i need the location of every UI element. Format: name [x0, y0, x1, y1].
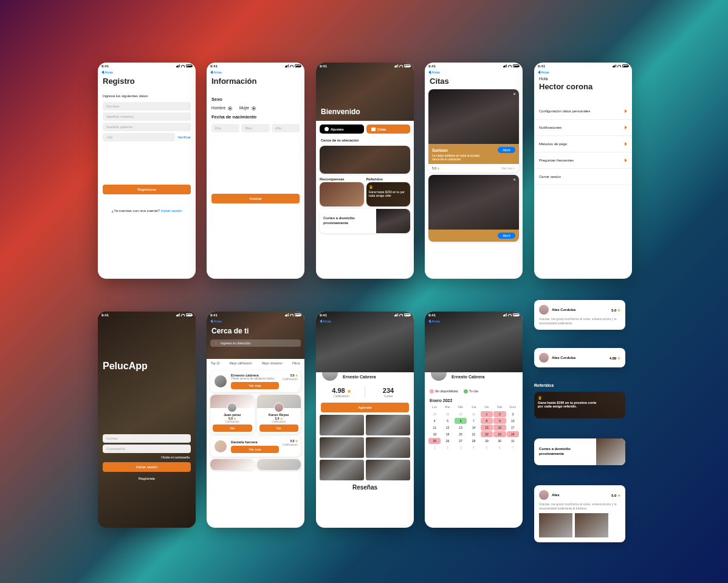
calendar-icon — [371, 128, 376, 131]
calendar-header: LunMarMieJueVieSabDom — [425, 404, 523, 410]
card-image — [428, 89, 519, 144]
row-config-datos[interactable]: Configuración datos personales — [534, 103, 632, 120]
citas-button[interactable]: Citas — [366, 124, 411, 134]
ver-mas-link[interactable]: Ver más > — [501, 166, 515, 170]
forgot-link[interactable]: Olvide mi contraseña — [98, 455, 196, 460]
abrir-button[interactable]: Abrir — [498, 233, 515, 239]
time-label: 9:41 — [320, 313, 327, 317]
page-title: Bienvenido — [321, 107, 360, 116]
agendar-button[interactable]: Agendar — [321, 403, 409, 412]
apellido-paterno-field[interactable]: Apellido paterno — [103, 123, 191, 131]
screen-barber-profile: 9:41 Atras Ernesto Cabrera 4.98 ★ Califi… — [316, 312, 414, 528]
back-button[interactable]: Atras — [207, 69, 304, 75]
filter-top10[interactable]: Top 10 — [211, 362, 219, 365]
dob-label: Fecha de nacimiento — [207, 112, 304, 122]
barber-name: Daniela herrera — [231, 440, 279, 444]
user-name: Hector corona — [534, 82, 632, 92]
card-image — [596, 438, 625, 465]
ver-button[interactable]: Ver — [259, 424, 299, 432]
row-cerrar-sesion[interactable]: Cerrar sesión — [534, 169, 632, 185]
filter-calificacion[interactable]: Mejor calificación — [230, 362, 252, 365]
reviewer-name: Alex Cordoba — [552, 356, 575, 360]
back-label: Atras — [213, 70, 222, 74]
dia-field[interactable]: Día — [211, 124, 239, 132]
cita-card-2[interactable]: × Abrir — [428, 175, 519, 242]
mes-field[interactable]: Mes — [241, 124, 269, 132]
card-title: Surisan — [432, 148, 448, 152]
nombre-field[interactable]: Nombre — [103, 102, 191, 111]
rating: 5.0 ★ — [611, 493, 620, 497]
radio-hombre[interactable]: Hombre — [211, 106, 232, 111]
review-image[interactable] — [539, 513, 572, 537]
password-field[interactable]: Contraseña — [103, 445, 191, 453]
home-service-card[interactable]: Cortes a domicilio proximamente — [534, 438, 625, 465]
rating-label: Calificación — [318, 394, 365, 398]
ajustes-button[interactable]: Ajustes — [320, 124, 364, 134]
back-button[interactable]: Atras — [425, 318, 523, 324]
barber-card-2[interactable]: Juan pérez 5.0 ★ Calificación Ver — [210, 395, 255, 434]
abrir-button[interactable]: Abrir — [498, 147, 515, 153]
reviewer-avatar — [539, 305, 549, 315]
gallery-image[interactable] — [366, 415, 410, 435]
close-icon[interactable]: × — [513, 177, 516, 182]
correo-field[interactable]: Correo — [103, 434, 191, 443]
review-image[interactable] — [575, 513, 608, 537]
barber-name: Ernesto Cabrera — [343, 375, 376, 379]
barber-card-6[interactable] — [257, 459, 301, 470]
barber-card-5[interactable] — [210, 459, 255, 470]
aceptar-button[interactable]: Aceptar — [211, 194, 300, 203]
phone-field[interactable]: +52 — [103, 133, 175, 141]
apellido-materno-field[interactable]: Apellido materno — [103, 112, 191, 121]
calendar-grid[interactable]: 28293031123 45678910 11121314151617 1819… — [425, 410, 523, 452]
barber-card-1[interactable]: Ernesto cabrera Ofrece servicio de calid… — [210, 370, 301, 392]
page-title: Cerca de ti — [207, 324, 304, 338]
screen-perfil: 9:41 Atras Hola Hector corona Configurac… — [534, 63, 632, 279]
ver-mas-button[interactable]: Ver mas — [231, 446, 279, 453]
close-icon[interactable]: × — [513, 91, 516, 97]
registrate-link[interactable]: Registrate — [98, 474, 196, 483]
status-bar: 9:41 — [425, 63, 523, 69]
filter-ubicacion[interactable]: Mejor ubicación — [262, 362, 283, 365]
iniciar-sesion-link[interactable]: Iniciar sesión — [160, 209, 182, 213]
back-button[interactable]: Atras — [425, 69, 523, 75]
referidos-card[interactable]: ♛ Gana hasta $150 en tu por cada amigo r… — [366, 182, 411, 206]
back-button[interactable]: Atras — [534, 69, 632, 75]
gallery-image[interactable] — [320, 437, 364, 458]
gallery-image[interactable] — [320, 460, 364, 480]
referidos-card[interactable]: ♛ Gana hasta $150 en tu proximo corte po… — [534, 392, 625, 418]
rating-label: Calificación — [282, 377, 298, 381]
verify-button[interactable]: Verificar — [177, 135, 191, 139]
month-label: Enero 2022 — [425, 397, 523, 404]
registrarse-button[interactable]: Registrarse — [103, 185, 191, 194]
avatar — [227, 403, 237, 412]
filter-filtros[interactable]: Filtros — [292, 362, 300, 365]
gallery-image[interactable] — [320, 415, 364, 435]
row-preguntas[interactable]: Preguntas frecuentes — [534, 152, 632, 169]
back-button[interactable]: Atras — [207, 318, 304, 324]
row-metodos-pago[interactable]: Metodos de pago — [534, 136, 632, 152]
cerca-card[interactable] — [320, 146, 410, 174]
radio-mujer[interactable]: Mujer — [239, 106, 256, 111]
recompensas-card[interactable] — [320, 182, 364, 206]
gallery-image[interactable] — [366, 460, 410, 480]
gallery-image[interactable] — [366, 437, 410, 458]
ver-mas-button[interactable]: Ver mas — [231, 382, 279, 389]
cita-card-1[interactable]: × Surisan Abrir La mejor estética en tod… — [428, 89, 519, 172]
address-input[interactable]: 📍Ingresa su dirección — [210, 339, 301, 347]
cerca-section-header: Cerca de tu ubicación — [316, 137, 414, 143]
iniciar-sesion-button[interactable]: Iniciar sesión — [103, 462, 191, 472]
ano-field[interactable]: Año — [272, 124, 300, 132]
back-label: Atras — [431, 319, 440, 323]
reviews-title: Reseñas — [316, 480, 414, 494]
review-card-2: Alex Cordoba 4.89 ★ — [534, 348, 625, 367]
status-icons — [176, 64, 192, 67]
barber-card-4[interactable]: Daniela herrera Ver mas 5.0 ★ Calificaci… — [210, 436, 301, 457]
back-button[interactable]: Atras — [316, 318, 414, 324]
row-notificaciones[interactable]: Notificaciones — [534, 120, 632, 136]
ver-button[interactable]: Ver — [213, 424, 252, 432]
app-title: PelucApp — [98, 318, 196, 378]
home-service-card[interactable]: Cortes a domicilio proximamente — [320, 209, 410, 233]
sexo-label: Sexo — [207, 87, 304, 104]
back-button[interactable]: Atras — [98, 69, 196, 75]
barber-card-3[interactable]: Karen Reyes 5.0 ★ Calificación Ver — [257, 395, 301, 434]
